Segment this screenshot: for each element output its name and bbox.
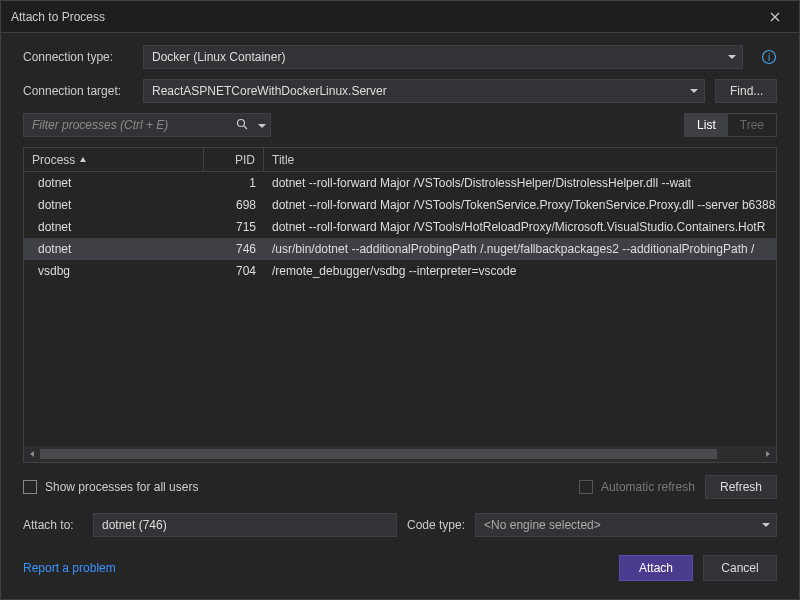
- code-type-combo[interactable]: <No engine selected>: [475, 513, 777, 537]
- attach-to-process-dialog: Attach to Process Connection type: Docke…: [0, 0, 800, 600]
- chevron-down-icon[interactable]: [258, 116, 266, 134]
- view-tree-toggle[interactable]: Tree: [728, 114, 776, 136]
- connection-target-label: Connection target:: [23, 84, 133, 98]
- cell-pid: 1: [204, 176, 264, 190]
- cell-title: /remote_debugger/vsdbg --interpreter=vsc…: [264, 264, 776, 278]
- dialog-footer: Report a problem Attach Cancel: [1, 551, 799, 599]
- filter-searchbox[interactable]: [23, 113, 271, 137]
- report-problem-link[interactable]: Report a problem: [23, 561, 116, 575]
- svg-text:i: i: [768, 52, 770, 63]
- scroll-right-icon[interactable]: [760, 446, 776, 462]
- chevron-down-icon: [690, 84, 698, 98]
- checkbox-box: [23, 480, 37, 494]
- sort-ascending-icon: [79, 153, 87, 167]
- close-icon: [770, 12, 780, 22]
- grid-body: dotnet1dotnet --roll-forward Major /VSTo…: [24, 172, 776, 446]
- scrollbar-track[interactable]: [40, 446, 760, 462]
- connection-type-value: Docker (Linux Container): [152, 50, 285, 64]
- cell-pid: 715: [204, 220, 264, 234]
- cell-pid: 746: [204, 242, 264, 256]
- table-row[interactable]: dotnet746/usr/bin/dotnet --additionalPro…: [24, 238, 776, 260]
- code-type-label: Code type:: [407, 518, 465, 532]
- checkbox-box: [579, 480, 593, 494]
- code-type-value: <No engine selected>: [484, 518, 601, 532]
- close-button[interactable]: [761, 3, 789, 31]
- cell-process: vsdbg: [24, 264, 204, 278]
- view-list-toggle[interactable]: List: [685, 114, 728, 136]
- cell-process: dotnet: [24, 198, 204, 212]
- connection-type-combo[interactable]: Docker (Linux Container): [143, 45, 743, 69]
- cell-pid: 698: [204, 198, 264, 212]
- refresh-button[interactable]: Refresh: [705, 475, 777, 499]
- table-row[interactable]: dotnet715dotnet --roll-forward Major /VS…: [24, 216, 776, 238]
- connection-target-value: ReactASPNETCoreWithDockerLinux.Server: [152, 84, 387, 98]
- grid-header: Process PID Title: [24, 148, 776, 172]
- find-button[interactable]: Find...: [715, 79, 777, 103]
- cancel-button[interactable]: Cancel: [703, 555, 777, 581]
- show-all-users-label: Show processes for all users: [45, 480, 198, 494]
- cell-process: dotnet: [24, 176, 204, 190]
- cell-title: /usr/bin/dotnet --additionalProbingPath …: [264, 242, 776, 256]
- automatic-refresh-label: Automatic refresh: [601, 480, 695, 494]
- cell-title: dotnet --roll-forward Major /VSTools/Dis…: [264, 176, 776, 190]
- search-icon: [236, 116, 248, 134]
- attach-to-label: Attach to:: [23, 518, 83, 532]
- cell-title: dotnet --roll-forward Major /VSTools/Tok…: [264, 198, 776, 212]
- horizontal-scrollbar[interactable]: [24, 446, 776, 462]
- dialog-title: Attach to Process: [11, 10, 105, 24]
- chevron-down-icon: [762, 518, 770, 532]
- attach-to-input[interactable]: [93, 513, 397, 537]
- titlebar: Attach to Process: [1, 1, 799, 33]
- table-row[interactable]: dotnet698dotnet --roll-forward Major /VS…: [24, 194, 776, 216]
- cell-process: dotnet: [24, 242, 204, 256]
- show-all-users-checkbox[interactable]: Show processes for all users: [23, 480, 198, 494]
- column-header-title[interactable]: Title: [264, 148, 776, 171]
- filter-input[interactable]: [32, 118, 230, 132]
- cell-title: dotnet --roll-forward Major /VSTools/Hot…: [264, 220, 776, 234]
- process-grid: Process PID Title dotnet1dotnet --roll-f…: [23, 147, 777, 463]
- chevron-down-icon: [728, 50, 736, 64]
- connection-type-label: Connection type:: [23, 50, 133, 64]
- table-row[interactable]: vsdbg704/remote_debugger/vsdbg --interpr…: [24, 260, 776, 282]
- attach-button[interactable]: Attach: [619, 555, 693, 581]
- info-icon[interactable]: i: [761, 49, 777, 65]
- scrollbar-thumb[interactable]: [40, 449, 717, 459]
- cell-process: dotnet: [24, 220, 204, 234]
- connection-target-combo[interactable]: ReactASPNETCoreWithDockerLinux.Server: [143, 79, 705, 103]
- automatic-refresh-checkbox[interactable]: Automatic refresh: [579, 480, 695, 494]
- svg-point-2: [238, 120, 245, 127]
- column-header-pid[interactable]: PID: [204, 148, 264, 171]
- cell-pid: 704: [204, 264, 264, 278]
- column-header-process[interactable]: Process: [24, 148, 204, 171]
- view-toggle: List Tree: [684, 113, 777, 137]
- scroll-left-icon[interactable]: [24, 446, 40, 462]
- table-row[interactable]: dotnet1dotnet --roll-forward Major /VSTo…: [24, 172, 776, 194]
